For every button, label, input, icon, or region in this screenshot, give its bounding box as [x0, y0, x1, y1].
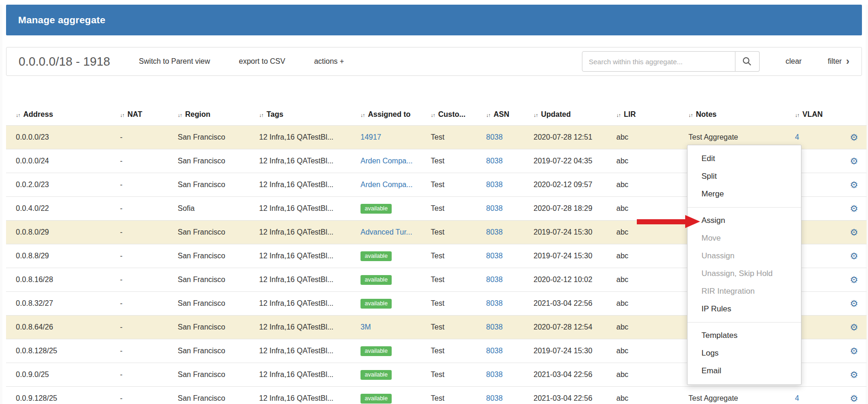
switch-parent-view-link[interactable]: Switch to Parent view [139, 57, 210, 66]
menu-item-move: Move [688, 229, 801, 247]
cell-assigned: available [361, 292, 431, 316]
asn-link[interactable]: 8038 [486, 228, 503, 236]
search-input[interactable] [582, 51, 735, 72]
cell-customer: Test [431, 244, 486, 268]
asn-link[interactable]: 8038 [486, 299, 503, 307]
column-header-updated[interactable]: ↓↑Updated [534, 108, 616, 126]
sort-icon: ↓↑ [361, 112, 365, 118]
vlan-link[interactable]: 4 [795, 394, 799, 402]
cell-vlan: 4 [795, 126, 841, 149]
gear-icon[interactable]: ⚙ [850, 227, 858, 237]
cell-region: San Francisco [178, 292, 259, 316]
column-header-vlan[interactable]: ↓↑VLAN [795, 108, 841, 126]
assigned-link[interactable]: 3M [361, 323, 371, 331]
cell-actions: ⚙ [841, 387, 867, 404]
asn-link[interactable]: 8038 [486, 394, 503, 402]
table-row[interactable]: 0.0.9.128/25-San Francisco12 Infra,16 QA… [6, 387, 867, 404]
cell-tags: 12 Infra,16 QATestBl... [259, 173, 361, 197]
gear-icon[interactable]: ⚙ [850, 275, 858, 285]
gear-icon[interactable]: ⚙ [850, 156, 858, 166]
column-header-assigned-to[interactable]: ↓↑Assigned to [361, 108, 431, 126]
assigned-link[interactable]: Arden Compa... [361, 181, 413, 189]
gear-icon[interactable]: ⚙ [850, 132, 858, 142]
status-badge: available [361, 346, 392, 356]
cell-updated: 2019-07-24 15:30 [534, 339, 616, 363]
cell-tags: 12 Infra,16 QATestBl... [259, 387, 361, 404]
app-header: Manage aggregate [6, 5, 862, 35]
cell-asn: 8038 [486, 316, 534, 339]
column-header-lir[interactable]: ↓↑LIR [616, 108, 688, 126]
asn-link[interactable]: 8038 [486, 276, 503, 283]
export-csv-link[interactable]: export to CSV [239, 57, 286, 66]
assigned-link[interactable]: Arden Compa... [361, 157, 413, 165]
cell-updated: 2021-03-04 22:56 [534, 363, 616, 387]
gear-icon[interactable]: ⚙ [850, 251, 858, 261]
column-header-region[interactable]: ↓↑Region [178, 108, 259, 126]
gear-icon[interactable]: ⚙ [850, 346, 858, 356]
table-header-row: ↓↑Address↓↑NAT↓↑Region↓↑Tags↓↑Assigned t… [6, 108, 867, 126]
cell-asn: 8038 [486, 173, 534, 197]
assigned-link[interactable]: Advanced Tur... [361, 228, 412, 236]
sort-icon: ↓↑ [16, 112, 20, 118]
gear-icon[interactable]: ⚙ [850, 370, 858, 380]
asn-link[interactable]: 8038 [486, 133, 503, 141]
actions-menu-link[interactable]: actions + [314, 57, 344, 66]
gear-icon[interactable]: ⚙ [850, 393, 858, 404]
cell-lir: abc [616, 221, 688, 244]
cell-lir: abc [616, 126, 688, 149]
column-header-custo[interactable]: ↓↑Custo... [431, 108, 486, 126]
cell-updated: 2019-07-24 15:30 [534, 244, 616, 268]
cell-region: San Francisco [178, 387, 259, 404]
asn-link[interactable]: 8038 [486, 370, 503, 378]
menu-item-email[interactable]: Email [688, 362, 801, 380]
cell-address: 0.0.8.0/29 [6, 221, 120, 244]
menu-item-unassign: Unassign [688, 247, 801, 265]
search-button[interactable] [735, 51, 760, 72]
assigned-link[interactable]: 14917 [361, 133, 381, 141]
asn-link[interactable]: 8038 [486, 204, 503, 212]
menu-item-templates[interactable]: Templates [688, 327, 801, 344]
menu-item-merge[interactable]: Merge [688, 185, 801, 203]
column-header-tags[interactable]: ↓↑Tags [259, 108, 361, 126]
status-badge: available [361, 394, 392, 404]
vlan-link[interactable]: 4 [795, 133, 799, 141]
asn-link[interactable]: 8038 [486, 347, 503, 355]
cell-assigned: available [361, 244, 431, 268]
cell-tags: 12 Infra,16 QATestBl... [259, 363, 361, 387]
column-header-nat[interactable]: ↓↑NAT [120, 108, 178, 126]
column-header-address[interactable]: ↓↑Address [6, 108, 120, 126]
cell-customer: Test [431, 363, 486, 387]
status-badge: available [361, 299, 392, 309]
cell-nat: - [120, 173, 178, 197]
page: Manage aggregate 0.0.0.0/18 - 1918 Switc… [0, 5, 868, 404]
menu-item-ip-rules[interactable]: IP Rules [688, 300, 801, 318]
cell-vlan [795, 244, 841, 268]
menu-item-logs[interactable]: Logs [688, 344, 801, 362]
cell-vlan [795, 197, 841, 221]
status-badge: available [361, 251, 392, 261]
gear-icon[interactable]: ⚙ [850, 298, 858, 309]
sort-icon: ↓↑ [120, 112, 124, 118]
menu-item-split[interactable]: Split [688, 168, 801, 185]
clear-link[interactable]: clear [786, 57, 802, 66]
column-header-asn[interactable]: ↓↑ASN [486, 108, 534, 126]
asn-link[interactable]: 8038 [486, 157, 503, 165]
sort-icon: ↓↑ [178, 112, 182, 118]
column-header-notes[interactable]: ↓↑Notes [688, 108, 795, 126]
cell-actions: ⚙ [841, 173, 867, 197]
asn-link[interactable]: 8038 [486, 252, 503, 260]
asn-link[interactable]: 8038 [486, 181, 503, 189]
cell-region: San Francisco [178, 268, 259, 292]
gear-icon[interactable]: ⚙ [850, 203, 858, 214]
menu-item-assign[interactable]: Assign [688, 212, 801, 229]
gear-icon[interactable]: ⚙ [850, 322, 858, 332]
filter-link[interactable]: filter › [828, 56, 849, 67]
cell-lir: abc [616, 197, 688, 221]
cell-assigned: 3M [361, 316, 431, 339]
gear-icon[interactable]: ⚙ [850, 180, 858, 190]
cell-lir: abc [616, 339, 688, 363]
cell-lir: abc [616, 292, 688, 316]
menu-item-edit[interactable]: Edit [688, 150, 801, 168]
asn-link[interactable]: 8038 [486, 323, 503, 331]
cell-vlan: 4 [795, 387, 841, 404]
